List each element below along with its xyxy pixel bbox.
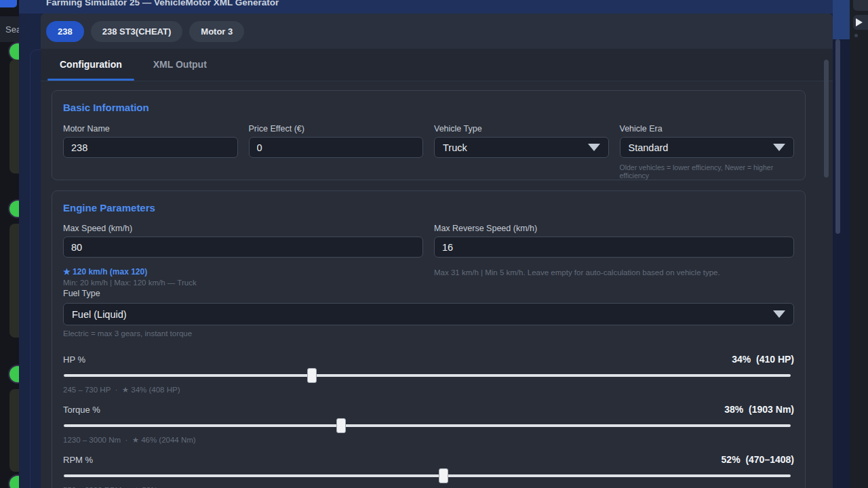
torque-slider-track[interactable] [64, 424, 791, 427]
cursor-icon [856, 18, 863, 26]
fuel-type-label: Fuel Type [63, 289, 794, 298]
tab-configuration[interactable]: Configuration [47, 49, 134, 81]
background-blue-chip[interactable] [0, 0, 17, 7]
max-reverse-speed-hint: Max 31 km/h | Min 5 km/h. Leave empty fo… [434, 268, 794, 277]
basic-information-heading: Basic Information [63, 102, 794, 113]
dialog-panel: 238 238 ST3(CHEAT) Motor 3 Configuration… [41, 14, 833, 488]
screen: Sea Farming Simulator 25 — VehicleMotor … [0, 0, 868, 488]
fuel-type-value: Fuel (Liquid) [72, 309, 127, 320]
configuration-content: Basic Information Motor Name Price Effec… [41, 81, 833, 488]
dialog-scrollbar-thumb[interactable] [833, 0, 850, 39]
max-reverse-speed-label: Max Reverse Speed (km/h) [434, 224, 794, 233]
vehicle-era-label: Vehicle Era [620, 124, 795, 134]
content-scrollbar-thumb[interactable] [824, 60, 829, 178]
background-button[interactable] [853, 0, 868, 11]
rpm-slider-value: 52% (470–1408) [722, 454, 794, 465]
hp-slider-label: HP % [63, 354, 85, 365]
chevron-down-icon [773, 310, 785, 318]
vehicle-era-hint: Older vehicles = lower efficiency, Newer… [620, 163, 795, 180]
hp-slider-track[interactable] [64, 374, 791, 377]
speed-fields-grid: Max Speed (km/h) ★ 120 km/h (max 120) Mi… [63, 224, 794, 287]
hp-slider-value: 34% (410 HP) [732, 354, 794, 365]
fuel-type-field-group: Fuel Type Fuel (Liquid) Electric = max 3… [63, 289, 794, 338]
dialog-title: Farming Simulator 25 — VehicleMotor XML … [46, 0, 279, 7]
cursor-tool-button[interactable] [853, 15, 868, 30]
torque-slider-label: Torque % [63, 405, 100, 415]
max-speed-range-hint: Min: 20 km/h | Max: 120 km/h — Truck [63, 279, 423, 287]
engine-parameters-card: Engine Parameters Max Speed (km/h) ★ 120… [52, 190, 806, 488]
hp-slider-handle[interactable] [307, 368, 317, 383]
basic-information-card: Basic Information Motor Name Price Effec… [52, 90, 806, 180]
torque-slider-handle[interactable] [336, 418, 346, 433]
torque-slider[interactable] [63, 416, 794, 435]
dialog-titlebar[interactable]: Farming Simulator 25 — VehicleMotor XML … [19, 0, 850, 14]
background-right-strip [850, 0, 868, 488]
tab-configuration-label: Configuration [60, 59, 122, 70]
hp-slider-group: HP % 34% (410 HP) 245 – 730 HP · ★ 34% (… [63, 352, 794, 394]
background-dot [854, 34, 858, 37]
dialog-scrollbar-thin-thumb[interactable] [835, 39, 840, 234]
view-tab-bar: Configuration XML Output [41, 49, 833, 81]
vehicle-type-value: Truck [443, 142, 467, 153]
motor-tab-238-st3-cheat[interactable]: 238 ST3(CHEAT) [91, 21, 183, 42]
price-effect-label: Price Effect (€) [249, 124, 424, 134]
motor-name-input[interactable] [63, 137, 238, 158]
price-effect-input[interactable] [249, 137, 424, 158]
price-effect-field-group: Price Effect (€) [249, 124, 424, 180]
hp-slider[interactable] [63, 366, 794, 385]
hp-slider-hint: 245 – 730 HP · ★ 34% (408 HP) [63, 385, 794, 394]
rpm-slider-hint: 550 – 2200 RPM · ★ 52% [63, 485, 794, 488]
torque-slider-hint: 1230 – 3000 Nm · ★ 46% (2044 Nm) [63, 435, 794, 445]
rpm-slider-handle[interactable] [439, 468, 448, 483]
rpm-slider-head: RPM % 52% (470–1408) [63, 453, 794, 465]
engine-parameters-heading: Engine Parameters [63, 202, 794, 214]
max-reverse-speed-input[interactable] [434, 237, 794, 258]
max-reverse-speed-field-group: Max Reverse Speed (km/h) Max 31 km/h | M… [434, 224, 794, 287]
max-speed-label: Max Speed (km/h) [63, 224, 423, 233]
hp-slider-head: HP % 34% (410 HP) [63, 352, 794, 365]
vehicle-era-field-group: Vehicle Era Standard Older vehicles = lo… [620, 124, 795, 180]
motor-tab-238[interactable]: 238 [46, 21, 84, 42]
torque-slider-head: Torque % 38% (1903 Nm) [63, 403, 794, 415]
fuel-type-hint: Electric = max 3 gears, instant torque [63, 329, 794, 338]
vehicle-era-select[interactable]: Standard [620, 137, 795, 158]
torque-slider-value: 38% (1903 Nm) [724, 404, 794, 415]
chevron-down-icon [773, 144, 785, 151]
vehicle-type-label: Vehicle Type [434, 124, 609, 134]
vehicle-motor-dialog: Farming Simulator 25 — VehicleMotor XML … [19, 0, 850, 488]
rpm-slider[interactable] [63, 466, 794, 485]
dialog-scrollbar-track[interactable] [833, 0, 850, 488]
rpm-slider-label: RPM % [63, 455, 93, 465]
motor-tab-list: 238 238 ST3(CHEAT) Motor 3 [41, 14, 833, 49]
chevron-down-icon [588, 144, 600, 151]
fuel-type-select[interactable]: Fuel (Liquid) [63, 303, 794, 325]
tab-xml-output-label: XML Output [153, 59, 207, 70]
basic-fields-grid: Motor Name Price Effect (€) Vehicle Type… [63, 124, 794, 180]
rpm-slider-track[interactable] [64, 474, 791, 477]
max-speed-star-hint: ★ 120 km/h (max 120) [63, 267, 423, 277]
motor-tab-motor-3[interactable]: Motor 3 [189, 21, 244, 42]
motor-name-label: Motor Name [63, 124, 238, 134]
motor-name-field-group: Motor Name [63, 124, 238, 180]
rpm-slider-group: RPM % 52% (470–1408) 550 – 2200 RPM · ★ … [63, 453, 794, 488]
vehicle-type-field-group: Vehicle Type Truck [434, 124, 609, 180]
active-tab-underline [47, 79, 134, 81]
max-speed-field-group: Max Speed (km/h) ★ 120 km/h (max 120) Mi… [63, 224, 423, 287]
vehicle-era-value: Standard [629, 142, 669, 153]
torque-slider-group: Torque % 38% (1903 Nm) 1230 – 3000 Nm · … [63, 403, 794, 445]
max-speed-input[interactable] [63, 237, 423, 258]
vehicle-type-select[interactable]: Truck [434, 137, 609, 158]
tab-xml-output[interactable]: XML Output [141, 49, 219, 81]
